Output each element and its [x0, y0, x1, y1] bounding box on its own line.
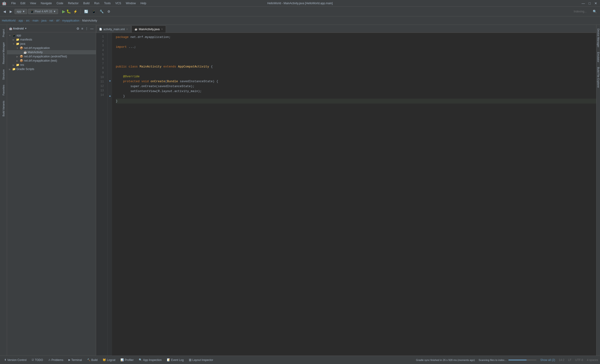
profile-button[interactable]: ⚡	[72, 9, 79, 14]
breadcrumb-main[interactable]: main	[33, 19, 39, 22]
close-button[interactable]: ✕	[593, 1, 598, 5]
sidebar-item-favorites[interactable]: Favorites	[1, 82, 6, 98]
show-all-button[interactable]: Show all (2)	[540, 358, 555, 362]
menu-run[interactable]: Run	[92, 1, 101, 5]
tab-mainactivity-java[interactable]: ☕ MainActivity.java ✕	[131, 26, 166, 33]
debug-button[interactable]: 🐛	[66, 9, 71, 14]
project-settings-icon[interactable]: ⚙	[76, 26, 80, 31]
menu-build[interactable]: Build	[81, 1, 91, 5]
fold-marker-13[interactable]: ▲	[109, 94, 111, 99]
right-tab-emulator[interactable]: Emulator	[597, 50, 600, 64]
tab-problems[interactable]: ⚠ Problems	[46, 357, 66, 363]
sdk-button[interactable]: 🔧	[98, 9, 105, 14]
breadcrumb-helloworld[interactable]: HelloWorld	[2, 19, 16, 22]
back-button[interactable]: ◀	[2, 9, 7, 14]
chevron-down-icon: ▼	[53, 10, 56, 13]
search-button[interactable]: 🔍	[591, 9, 598, 14]
tree-item-mainactivity[interactable]: ☕ MainActivity	[7, 50, 96, 54]
tree-item-res[interactable]: ▶ 📁 res	[7, 63, 96, 67]
project-panel-header: 🤖 Android ▼ ⚙ ≡ ⋮ —	[7, 25, 96, 32]
tab-event-log[interactable]: 📝 Event Log	[165, 357, 186, 363]
project-minimize-icon[interactable]: —	[90, 26, 94, 31]
status-bar: ⬆ Version Control ☑ TODO ⚠ Problems ▶ Te…	[0, 355, 600, 364]
menu-tools[interactable]: Tools	[102, 1, 112, 5]
indent-indicator[interactable]: 4 spaces	[587, 358, 598, 362]
breadcrumb-drf[interactable]: drf	[56, 19, 59, 22]
tree-item-package-androidtest[interactable]: ▶ 📦 net.drf.myapplication (androidTest)	[7, 54, 96, 59]
fold-marker-10[interactable]: ▼	[109, 79, 111, 84]
avd-button[interactable]: 📱	[91, 9, 97, 14]
tree-item-package-test[interactable]: ▶ 📦 net.drf.myapplication (test)	[7, 59, 96, 63]
sidebar-item-structure[interactable]: Structure	[1, 67, 6, 82]
breadcrumb-src[interactable]: src	[26, 19, 30, 22]
breadcrumb-mainactivity[interactable]: MainActivity	[82, 19, 97, 22]
tab-build[interactable]: 🔨 Build	[85, 357, 100, 363]
tab-todo[interactable]: ☑ TODO	[29, 357, 45, 363]
code-line-1: package net.drf.myapplication;	[116, 35, 596, 40]
menu-navigate[interactable]: Navigate	[39, 1, 54, 5]
tree-arrow-androidtest: ▶	[16, 55, 19, 58]
app-inspection-icon: 🔍	[139, 358, 142, 361]
project-view-selector[interactable]: 🤖 Android ▼	[9, 27, 27, 30]
tree-item-manifests[interactable]: ▶ 📁 manifests	[7, 37, 96, 42]
tree-arrow-manifests: ▶	[12, 38, 16, 41]
tab-layout-inspector[interactable]: 🖼 Layout Inspector	[187, 357, 216, 363]
breadcrumb-net[interactable]: net	[49, 19, 53, 22]
minimize-button[interactable]: —	[581, 1, 586, 5]
scanning-label: Scanning files to index...	[478, 359, 506, 361]
right-sidebar: Device Manager Emulator Build File Explo…	[596, 25, 600, 355]
tab-activity-main-xml[interactable]: 📄 activity_main.xml ✕	[96, 26, 131, 33]
menu-vcs[interactable]: VCS	[113, 1, 123, 5]
sidebar-item-project[interactable]: Project	[1, 27, 6, 39]
run-button[interactable]: ▶	[62, 9, 66, 14]
tab-logcat[interactable]: 🐱 Logcat	[100, 357, 118, 363]
breadcrumb-myapplication[interactable]: myapplication	[62, 19, 79, 22]
tree-item-app[interactable]: ▼ 📱 app	[7, 33, 96, 37]
code-line-9: @Override	[116, 74, 596, 79]
forward-button[interactable]: ▶	[8, 9, 14, 14]
tree-item-java[interactable]: ▼ 📁 java	[7, 42, 96, 46]
tree-arrow-res: ▶	[12, 64, 16, 66]
maximize-button[interactable]: □	[588, 1, 591, 5]
sidebar-item-build-variants[interactable]: Build Variants	[1, 98, 6, 119]
breadcrumb-java[interactable]: java	[41, 19, 47, 22]
menu-help[interactable]: Help	[139, 1, 148, 5]
breadcrumb-bar: HelloWorld › app › src › main › java › n…	[0, 16, 600, 25]
tab-app-inspection[interactable]: 🔍 App Inspection	[136, 357, 164, 363]
app-selector[interactable]: app ▼	[15, 9, 27, 14]
project-more-icon[interactable]: ⋮	[84, 26, 89, 31]
problems-icon: ⚠	[48, 358, 51, 361]
project-collapse-icon[interactable]: ≡	[81, 26, 84, 31]
breadcrumb-app[interactable]: app	[18, 19, 23, 22]
tree-label-java: java	[20, 42, 25, 46]
encoding-indicator[interactable]: UTF-8	[575, 358, 583, 362]
tree-label-androidtest: net.drf.myapplication (androidTest)	[24, 55, 67, 58]
code-editor[interactable]: package net.drf.myapplication; import ..…	[112, 33, 596, 355]
right-tab-build-file-explorer[interactable]: Build File Explorer	[597, 65, 600, 90]
right-tab-device-manager[interactable]: Device Manager	[597, 27, 600, 49]
window-title: HelloWorld - MainActivity.java [HelloWor…	[267, 2, 333, 5]
tab-close-java[interactable]: ✕	[161, 28, 163, 30]
tree-item-gradle-scripts[interactable]: ▶ 📁 Gradle Scripts	[7, 67, 96, 71]
tab-close-xml[interactable]: ✕	[126, 28, 128, 30]
menu-window[interactable]: Window	[124, 1, 138, 5]
tree-item-package-main[interactable]: ▼ 📦 net.drf.myapplication	[7, 46, 96, 50]
settings-button[interactable]: ⚙	[106, 9, 112, 14]
device-selector[interactable]: 📱 Pixel 4 API 33 ▼	[28, 9, 58, 14]
sync-button[interactable]: 🔄	[83, 9, 90, 14]
menu-code[interactable]: Code	[55, 1, 65, 5]
tab-profiler[interactable]: 📊 Profiler	[118, 357, 136, 363]
tab-terminal[interactable]: ▶ Terminal	[66, 357, 84, 363]
sidebar-item-resource-manager[interactable]: Resource Manager	[1, 40, 6, 66]
menu-file[interactable]: File	[9, 1, 18, 5]
tree-label-res: res	[20, 63, 24, 66]
editor-content[interactable]: 1 2 3 4 5 6 7 8 9 10 11 12 13 14	[96, 33, 596, 355]
menu-refactor[interactable]: Refactor	[66, 1, 80, 5]
code-line-3: import ...;	[116, 45, 596, 49]
sync-status: Gradle sync finished in 26 s 928 ms (mom…	[416, 359, 475, 361]
line-separator[interactable]: LF	[568, 358, 572, 362]
cursor-position[interactable]: 14:2	[559, 358, 564, 362]
tab-version-control[interactable]: ⬆ Version Control	[2, 357, 29, 363]
menu-view[interactable]: View	[28, 1, 38, 5]
menu-edit[interactable]: Edit	[19, 1, 27, 5]
